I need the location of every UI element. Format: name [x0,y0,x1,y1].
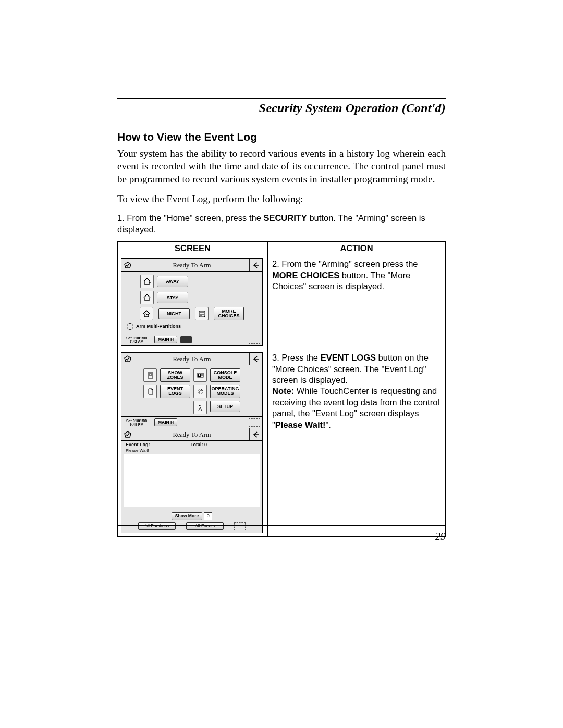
intro-paragraph: Your system has the ability to record va… [117,147,446,186]
screen-cell-arming: Ready To Arm AWAY [118,255,268,349]
please-wait-text: Please Wait! [124,448,260,453]
svg-point-7 [201,375,202,376]
away-button[interactable]: AWAY [157,276,188,287]
status-date-l1: Sat 01/01/00 [123,336,151,340]
running-head: Security System Operation (Cont'd) [117,101,446,115]
lcd-statusbar: Sat 01/01/00 7:42 AM MAIN H [121,334,262,345]
lcd-event-log-screen: Ready To Arm Event Log: Total: 0 [121,428,263,533]
show-zones-l2: ZONES [167,375,183,380]
action-cell-1: 2. From the "Arming" screen press the MO… [268,255,446,349]
battery-icon [180,336,192,343]
arm-multi-partitions-row[interactable]: Arm Multi-Partitions [127,323,258,330]
more-choices-l2: CHOICES [218,314,239,318]
table-row: Ready To Arm AWAY [118,255,446,349]
night-button[interactable]: NIGHT [158,308,190,319]
note-bold: Please Wait! [275,420,326,429]
event-log-list-area [124,454,260,507]
action-1-bold: MORE CHOICES [272,270,339,280]
away-icon [140,275,154,288]
step-1: 1. From the "Home" screen, press the SEC… [117,213,446,235]
console-mode-button[interactable]: CONSOLE MODE [210,368,240,382]
status-icon [121,428,134,440]
status-box-icon [249,418,260,427]
lcd-title: Ready To Arm [134,355,249,363]
lead-in: To view the Event Log, perform the follo… [117,193,446,205]
manual-page: Security System Operation (Cont'd) How t… [0,0,563,728]
setup-button[interactable]: SETUP [210,401,240,412]
status-box-icon [249,336,260,344]
lcd-body: SHOW ZONES CONSOLE MODE [121,365,262,416]
status-date-l1: Sat 01/01/00 [123,419,151,423]
status-datetime: Sat 01/01/00 7:42 AM [121,336,152,344]
screen-action-table: SCREEN ACTION Ready To Arm [117,241,446,537]
stay-button[interactable]: STAY [157,292,188,303]
status-main-button[interactable]: MAIN H [154,418,177,426]
logs-icon [143,385,157,398]
show-more-row: Show More0 [124,509,260,520]
back-icon[interactable] [249,259,262,271]
status-main-button[interactable]: MAIN H [154,336,177,343]
status-icon [121,353,134,365]
lcd-more-choices-screen: Ready To Arm SHOW [121,352,263,428]
lcd-title: Ready To Arm [134,430,249,439]
col-header-action: ACTION [268,242,446,255]
event-logs-button[interactable]: EVENT LOGS [160,385,190,398]
arm-multi-label: Arm Multi-Partitions [136,324,181,330]
event-log-header: Event Log: Total: 0 [124,442,260,448]
section-heading: How to View the Event Log [117,131,446,143]
lcd-statusbar: Sat 01/01/00 9:49 PM MAIN H [121,416,262,428]
rule-top [117,98,446,99]
table-row: Ready To Arm SHOW [118,349,446,537]
svg-point-6 [202,374,203,375]
page-content: Security System Operation (Cont'd) How t… [117,98,446,537]
lcd-titlebar: Ready To Arm [121,428,262,441]
show-more-count: 0 [204,512,212,520]
page-number: 29 [435,530,446,542]
note-post: ". [325,420,331,429]
lcd-body: AWAY STAY [121,272,262,334]
operating-modes-button[interactable]: OPERATING MODES [210,385,240,398]
svg-point-8 [202,375,203,376]
operating-modes-l2: MODES [216,391,234,396]
back-icon[interactable] [249,428,262,440]
lcd-body: Event Log: Total: 0 Please Wait! Show Mo… [121,441,262,533]
note-label: Note: [272,386,294,396]
console-mode-l2: MODE [218,375,232,380]
lcd-titlebar: Ready To Arm [121,259,262,272]
setup-icon [193,401,207,414]
action-2-bold: EVENT LOGS [321,353,376,362]
back-icon[interactable] [249,353,262,365]
zones-icon [143,368,157,382]
svg-point-9 [198,389,203,394]
status-icon [121,259,134,271]
action-1-pre: 2. From the "Arming" screen press the [272,259,418,268]
more-choices-button[interactable]: MORE CHOICES [214,307,244,320]
stay-icon [140,291,154,304]
night-icon [140,307,153,320]
modes-icon [193,385,207,398]
event-logs-l2: LOGS [168,391,182,396]
step-1-pre: 1. From the "Home" screen, press the [117,213,263,223]
status-datetime: Sat 01/01/00 9:49 PM [121,418,152,427]
console-icon [193,368,207,382]
svg-rect-2 [149,374,152,375]
lcd-arming-screen: Ready To Arm AWAY [121,258,263,346]
status-date-l2: 7:42 AM [123,340,151,343]
action-cell-2: 3. Press the EVENT LOGS button on the "M… [268,349,446,537]
screen-cell-eventlog: Ready To Arm SHOW [118,349,268,537]
svg-rect-4 [198,374,200,376]
list-icon [195,307,209,320]
lcd-titlebar: Ready To Arm [121,353,262,365]
table-header-row: SCREEN ACTION [118,242,446,255]
step-1-bold: SECURITY [263,213,307,223]
event-log-label: Event Log: [126,442,150,448]
event-log-total: Total: 0 [191,442,207,448]
show-zones-button[interactable]: SHOW ZONES [160,368,190,382]
action-2-pre: 3. Press the [272,353,321,362]
lcd-title: Ready To Arm [134,261,249,269]
col-header-screen: SCREEN [118,242,268,255]
status-date-l2: 9:49 PM [123,423,151,426]
rule-bottom [117,525,446,526]
show-more-button[interactable]: Show More [172,512,202,520]
svg-point-5 [201,374,202,375]
